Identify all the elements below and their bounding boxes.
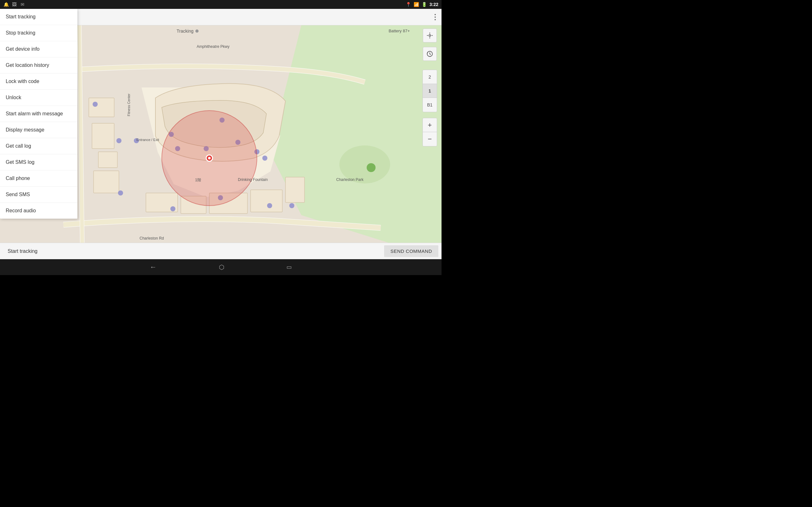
svg-rect-13: [286, 177, 305, 203]
map-label-entrance: Entrance / Exit: [136, 138, 159, 142]
wifi-icon: 📶: [414, 2, 419, 7]
map-label-floor: 1階: [195, 177, 201, 183]
menu-item-display-message[interactable]: Display message: [0, 122, 78, 138]
notification-icon: 🔔: [3, 2, 9, 7]
floor-selector: 2 1 B1: [422, 70, 437, 112]
status-bar: 🔔 🖼 ✉ 📍 📶 🔋 3:22: [0, 0, 442, 9]
image-icon: 🖼: [11, 2, 17, 7]
location-target-button[interactable]: [423, 29, 437, 43]
home-button[interactable]: ⬡: [216, 261, 227, 274]
tracking-indicator: [195, 30, 199, 33]
battery-status: Battery 87+: [389, 29, 410, 33]
svg-rect-8: [94, 171, 119, 193]
email-icon: ✉: [20, 2, 26, 7]
selected-command-label: Start tracking: [3, 248, 384, 254]
svg-point-25: [267, 203, 272, 208]
zoom-controls: + −: [422, 118, 437, 147]
svg-rect-7: [98, 152, 117, 168]
overflow-menu-button[interactable]: [433, 13, 437, 21]
menu-item-send-sms[interactable]: Send SMS: [0, 187, 78, 203]
svg-rect-6: [92, 123, 114, 149]
send-command-button[interactable]: Send command: [384, 245, 438, 257]
svg-point-21: [262, 156, 267, 161]
svg-point-26: [289, 203, 294, 208]
svg-rect-12: [251, 190, 282, 212]
svg-point-22: [116, 138, 121, 143]
zoom-out-button[interactable]: −: [423, 132, 437, 146]
map-label-charleston: Charleston Rd: [140, 236, 164, 240]
floor-2-button[interactable]: 2: [423, 70, 437, 84]
history-button[interactable]: [423, 47, 437, 61]
back-button[interactable]: ←: [147, 261, 159, 274]
status-right-icons: 📍 📶 🔋 3:22: [406, 2, 438, 7]
map-controls: 2 1 B1 + −: [422, 29, 437, 147]
svg-point-23: [118, 190, 123, 195]
tracking-status: Tracking: [177, 29, 199, 34]
menu-item-lock-with-code[interactable]: Lock with code: [0, 73, 78, 90]
menu-item-stop-tracking[interactable]: Stop tracking: [0, 25, 78, 41]
svg-point-32: [367, 163, 375, 172]
clock: 3:22: [429, 2, 438, 7]
zoom-in-button[interactable]: +: [423, 118, 437, 132]
dropdown-menu: Start trackingStop trackingGet device in…: [0, 9, 78, 219]
map-label-drinking: Drinking Fountain: [238, 177, 268, 182]
svg-rect-5: [89, 98, 114, 117]
floor-1-button[interactable]: 1: [423, 84, 437, 98]
svg-point-24: [170, 206, 175, 211]
svg-point-33: [429, 35, 431, 37]
menu-item-unlock[interactable]: Unlock: [0, 90, 78, 106]
location-icon: 📍: [406, 2, 411, 7]
svg-point-31: [208, 157, 211, 159]
menu-item-get-location-history[interactable]: Get location history: [0, 57, 78, 73]
nav-bar: ← ⬡ ▭: [0, 259, 442, 275]
menu-item-record-audio[interactable]: Record audio: [0, 203, 78, 219]
map-label-park: Charleston Park: [336, 177, 363, 182]
battery-icon: 🔋: [421, 2, 427, 7]
menu-item-get-device-info[interactable]: Get device info: [0, 41, 78, 57]
menu-item-get-call-log[interactable]: Get call log: [0, 138, 78, 154]
menu-item-get-sms-log[interactable]: Get SMS log: [0, 154, 78, 170]
map-label-amphitheatre: Amphitheatre Pkwy: [197, 44, 229, 49]
recent-apps-button[interactable]: ▭: [284, 261, 294, 273]
menu-item-start-alarm[interactable]: Start alarm with message: [0, 106, 78, 122]
svg-point-28: [93, 102, 98, 107]
tracking-label: Tracking: [177, 29, 194, 34]
floor-b1-button[interactable]: B1: [423, 98, 437, 112]
send-command-bar: Start tracking Send command: [0, 243, 442, 259]
menu-item-call-phone[interactable]: Call phone: [0, 170, 78, 187]
map-label-fitness: Fitness Center: [127, 94, 131, 116]
menu-item-start-tracking[interactable]: Start tracking: [0, 9, 78, 25]
status-icons: 🔔 🖼 ✉: [3, 2, 26, 7]
app-title: Web control: [19, 13, 433, 20]
